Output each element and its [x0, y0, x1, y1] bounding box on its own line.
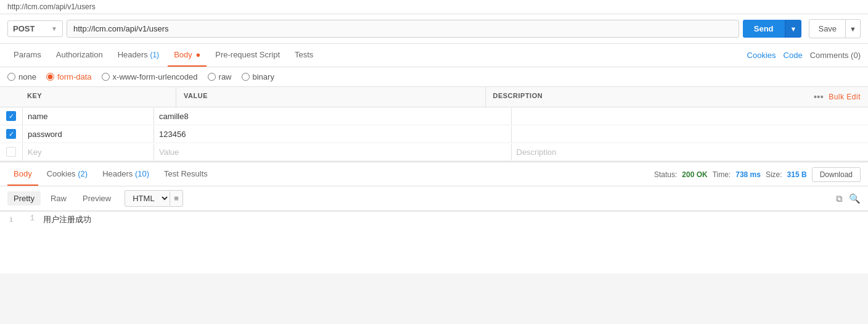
format-select[interactable]: HTML JSON XML Text	[125, 191, 170, 206]
row2-checkbox[interactable]: ✓	[6, 129, 16, 139]
tab-body[interactable]: Body ●	[168, 44, 207, 67]
row2-value[interactable]: 123456	[154, 126, 512, 143]
comments-link[interactable]: Comments (0)	[810, 51, 861, 60]
save-button[interactable]: Save	[809, 19, 846, 38]
format-toggle-icon[interactable]: ≡	[170, 191, 182, 206]
response-format-bar: Pretty Raw Preview HTML JSON XML Text ≡ …	[0, 186, 868, 211]
placeholder-key[interactable]: Key	[22, 144, 154, 160]
params-table: KEY VALUE DESCRIPTION ••• Bulk Edit ✓ na…	[0, 87, 868, 162]
title-bar: http://lcm.com/api/v1/users	[0, 0, 868, 14]
body-options: none form-data x-www-form-urlencoded raw…	[0, 67, 868, 87]
header-key: KEY	[0, 87, 176, 107]
cookies-badge: (2)	[78, 169, 88, 178]
placeholder-value[interactable]: Value	[154, 144, 512, 160]
tab-pre-request[interactable]: Pre-request Script	[209, 44, 286, 67]
row2-check[interactable]: ✓	[0, 125, 22, 143]
send-dropdown-button[interactable]: ▼	[785, 20, 802, 38]
response-tab-body[interactable]: Body	[7, 163, 38, 186]
response-body-area: i 1 用户注册成功	[0, 211, 868, 273]
format-select-group: HTML JSON XML Text ≡	[125, 190, 183, 207]
save-dropdown-button[interactable]: ▼	[846, 19, 861, 38]
placeholder-check	[0, 143, 22, 160]
size-value: 315 B	[787, 170, 807, 179]
status-code: 200 OK	[682, 170, 707, 179]
params-table-header: KEY VALUE DESCRIPTION ••• Bulk Edit	[0, 87, 868, 107]
row1-check[interactable]: ✓	[0, 107, 22, 125]
table-row: ✓ password 123456	[0, 125, 868, 143]
cookies-link[interactable]: Cookies	[747, 51, 776, 60]
save-button-group: Save ▼	[809, 19, 861, 38]
body-dot-badge: ●	[195, 50, 200, 59]
code-link[interactable]: Code	[784, 51, 803, 60]
table-row: ✓ name camille8	[0, 107, 868, 125]
option-binary[interactable]: binary	[242, 72, 274, 81]
response-tabs-bar: Body Cookies (2) Headers (10) Test Resul…	[0, 162, 868, 186]
title-url: http://lcm.com/api/v1/users	[7, 2, 96, 11]
response-right-icons: ⧉ 🔍	[836, 193, 861, 204]
more-options-icon[interactable]: •••	[814, 92, 824, 102]
row1-value[interactable]: camille8	[154, 108, 512, 125]
time-label: Time:	[713, 170, 731, 179]
tab-authorization[interactable]: Authorization	[50, 44, 109, 67]
url-bar: POST ▼ Send ▼ Save ▼	[0, 14, 868, 44]
tab-headers[interactable]: Headers (1)	[112, 44, 165, 67]
option-x-www-form-urlencoded[interactable]: x-www-form-urlencoded	[102, 72, 198, 81]
row2-description[interactable]	[512, 130, 869, 138]
placeholder-description[interactable]: Description	[512, 144, 869, 160]
placeholder-checkbox[interactable]	[6, 147, 16, 157]
status-label: Status:	[654, 170, 677, 179]
response-body: i 1 用户注册成功	[0, 212, 868, 273]
option-form-data[interactable]: form-data	[46, 72, 92, 81]
line-info-icon: i	[0, 214, 22, 225]
tab-params[interactable]: Params	[7, 44, 47, 67]
send-button-group: Send ▼	[743, 20, 802, 38]
option-none[interactable]: none	[7, 72, 36, 81]
response-tab-cookies[interactable]: Cookies (2)	[41, 163, 94, 186]
tab-tests[interactable]: Tests	[289, 44, 319, 67]
response-line: i 1 用户注册成功	[0, 212, 868, 228]
copy-icon[interactable]: ⧉	[836, 193, 843, 204]
size-label: Size:	[766, 170, 782, 179]
option-raw[interactable]: raw	[208, 72, 232, 81]
header-description: DESCRIPTION	[486, 87, 795, 107]
row2-key[interactable]: password	[22, 126, 154, 143]
header-actions: ••• Bulk Edit	[794, 87, 868, 107]
line-number: 1	[22, 214, 41, 225]
format-tab-pretty[interactable]: Pretty	[7, 191, 41, 206]
method-select[interactable]: POST ▼	[7, 20, 63, 37]
bulk-edit-link[interactable]: Bulk Edit	[829, 93, 861, 101]
format-tab-raw[interactable]: Raw	[44, 191, 73, 206]
response-status-info: Status: 200 OK Time: 738 ms Size: 315 B …	[654, 167, 861, 182]
row1-checkbox[interactable]: ✓	[6, 111, 16, 121]
download-button[interactable]: Download	[812, 167, 861, 182]
send-button[interactable]: Send	[743, 20, 785, 38]
headers-badge: (1)	[150, 51, 159, 59]
row1-key[interactable]: name	[22, 108, 154, 125]
table-row-placeholder: Key Value Description	[0, 143, 868, 161]
response-headers-badge: (10)	[135, 169, 149, 178]
request-right-actions: Cookies Code Comments (0)	[747, 51, 861, 60]
header-value: VALUE	[176, 87, 486, 107]
method-chevron-icon: ▼	[51, 25, 57, 32]
request-tabs: Params Authorization Headers (1) Body ● …	[0, 44, 868, 67]
response-tab-test-results[interactable]: Test Results	[158, 163, 214, 186]
format-tab-preview[interactable]: Preview	[76, 191, 117, 206]
method-label: POST	[13, 24, 35, 33]
row1-description[interactable]	[512, 112, 869, 120]
time-value: 738 ms	[735, 170, 761, 179]
line-content: 用户注册成功	[41, 214, 91, 225]
url-input[interactable]	[67, 20, 739, 38]
response-tab-headers[interactable]: Headers (10)	[96, 163, 155, 186]
search-icon[interactable]: 🔍	[849, 193, 861, 204]
